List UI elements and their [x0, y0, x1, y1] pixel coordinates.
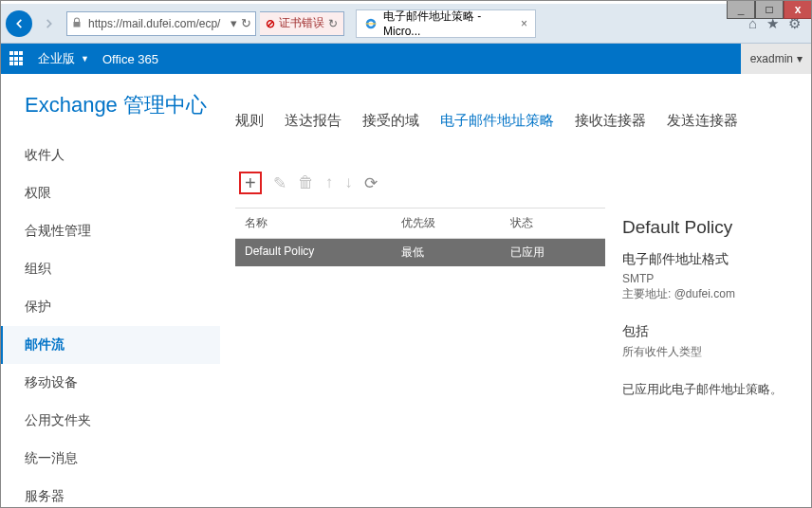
window-close[interactable]: x	[784, 0, 812, 19]
policy-table: 名称 优先级 状态 Default Policy 最低 已应用	[235, 208, 605, 398]
th-priority[interactable]: 优先级	[392, 209, 501, 238]
table-row[interactable]: Default Policy 最低 已应用	[235, 239, 605, 266]
window-minimize[interactable]: _	[727, 0, 755, 19]
browser-tab[interactable]: 电子邮件地址策略 - Micro... ×	[356, 9, 536, 38]
sidebar-item-organization[interactable]: 组织	[25, 250, 220, 288]
user-name: exadmin	[750, 52, 793, 65]
detail-pane: Default Policy 电子邮件地址格式 SMTP 主要地址: @dufe…	[605, 208, 801, 398]
sidebar-item-unifiedmsg[interactable]: 统一消息	[25, 440, 220, 478]
nav-back-button[interactable]	[6, 10, 32, 37]
url-dropdown-icon[interactable]: ▾	[231, 16, 237, 30]
page-title: Exchange 管理中心	[25, 91, 220, 119]
url-refresh-icon[interactable]: ↻	[241, 16, 251, 30]
cert-error-icon: ⊘	[266, 17, 275, 30]
cert-error-refresh-icon: ↻	[328, 17, 338, 30]
app-launcher-icon[interactable]	[9, 51, 25, 66]
add-button[interactable]: +	[239, 172, 262, 194]
sidebar-item-compliance[interactable]: 合规性管理	[25, 212, 220, 250]
nav-forward-button[interactable]	[36, 10, 63, 37]
edition-dropdown-icon[interactable]: ▼	[81, 54, 89, 64]
user-menu[interactable]: exadmin ▾	[741, 44, 812, 74]
th-name[interactable]: 名称	[235, 209, 392, 238]
delete-icon[interactable]: 🗑	[298, 173, 314, 192]
refresh-icon[interactable]: ⟳	[364, 173, 378, 193]
sidebar-item-mailflow[interactable]: 邮件流	[0, 326, 220, 364]
sidebar-item-permissions[interactable]: 权限	[25, 174, 220, 212]
cert-error-text: 证书错误	[279, 15, 324, 31]
tab-domains[interactable]: 接受的域	[362, 112, 419, 130]
tab-close-icon[interactable]: ×	[521, 17, 527, 30]
detail-includes-heading: 包括	[622, 323, 801, 340]
sidebar-item-publicfolders[interactable]: 公用文件夹	[25, 402, 220, 440]
detail-primary-address: 主要地址: @dufei.com	[622, 286, 801, 302]
sidebar-item-mobile[interactable]: 移动设备	[25, 364, 220, 402]
th-status[interactable]: 状态	[501, 209, 605, 238]
tab-title: 电子邮件地址策略 - Micro...	[383, 9, 515, 38]
cell-status: 已应用	[501, 239, 605, 266]
movedown-icon[interactable]: ↓	[344, 173, 353, 192]
browser-nav: https://mail.dufei.com/ecp/ ▾ ↻ ⊘ 证书错误 ↻…	[0, 4, 812, 44]
ie-icon	[364, 17, 378, 30]
user-dropdown-icon: ▾	[797, 52, 803, 65]
sidebar-item-servers[interactable]: 服务器	[25, 478, 220, 508]
cell-priority: 最低	[392, 239, 501, 266]
toolbar: + ✎ 🗑 ↑ ↓ ⟳	[235, 172, 801, 194]
edition-label: 企业版	[38, 50, 75, 67]
detail-applied-msg: 已应用此电子邮件地址策略。	[622, 381, 801, 398]
tab-emailpolicy[interactable]: 电子邮件地址策略	[440, 112, 554, 130]
product-label: Office 365	[102, 52, 158, 66]
detail-format-heading: 电子邮件地址格式	[622, 251, 801, 268]
sidebar-item-recipients[interactable]: 收件人	[25, 136, 220, 174]
sidebar-item-protection[interactable]: 保护	[25, 288, 220, 326]
sidebar-nav: 收件人 权限 合规性管理 组织 保护 邮件流 移动设备 公用文件夹 统一消息 服…	[25, 136, 220, 508]
url-text: https://mail.dufei.com/ecp/	[88, 17, 220, 30]
lock-icon	[71, 17, 84, 30]
o365-header: 企业版 ▼ Office 365 exadmin ▾	[0, 44, 812, 74]
detail-smtp: SMTP	[622, 272, 801, 285]
tab-delivery[interactable]: 送达报告	[285, 112, 341, 130]
edit-icon[interactable]: ✎	[273, 173, 286, 193]
cert-error-badge[interactable]: ⊘ 证书错误 ↻	[260, 11, 344, 36]
tab-receive[interactable]: 接收连接器	[575, 112, 646, 130]
cell-name: Default Policy	[235, 239, 392, 266]
address-bar[interactable]: https://mail.dufei.com/ecp/ ▾ ↻	[66, 11, 256, 36]
moveup-icon[interactable]: ↑	[325, 173, 334, 192]
tab-rules[interactable]: 规则	[235, 112, 264, 130]
window-maximize[interactable]: □	[755, 0, 784, 19]
top-tabs: 规则 送达报告 接受的域 电子邮件地址策略 接收连接器 发送连接器	[235, 112, 801, 130]
tab-send[interactable]: 发送连接器	[667, 112, 738, 130]
detail-includes-value: 所有收件人类型	[622, 344, 801, 360]
detail-title: Default Policy	[622, 217, 801, 238]
